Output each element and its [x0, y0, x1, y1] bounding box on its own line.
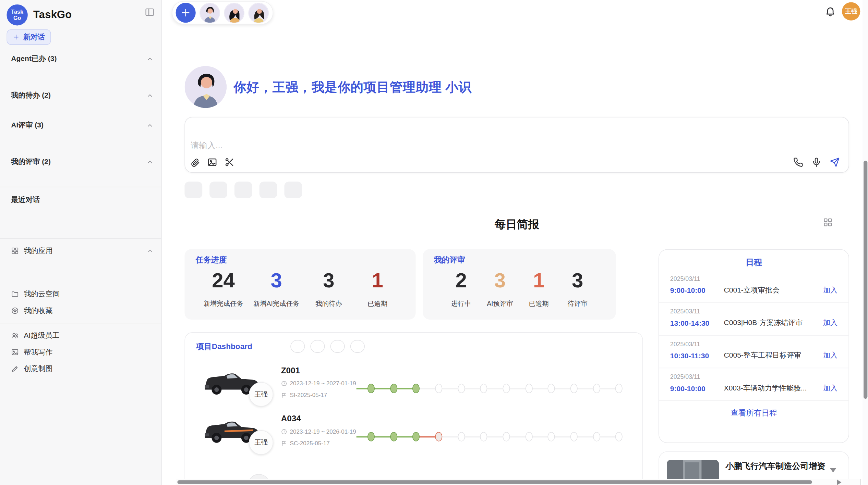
dashboard-filter-tab[interactable] [310, 340, 325, 353]
microphone-icon[interactable] [811, 157, 821, 167]
sidebar-item-favorites[interactable]: 我的收藏 [0, 302, 161, 319]
chevron-up-icon[interactable] [147, 248, 153, 254]
send-icon[interactable] [830, 157, 840, 167]
milestone-dot[interactable] [480, 432, 487, 441]
join-meeting-link[interactable]: 加入 [823, 350, 837, 360]
milestone-dot[interactable] [458, 384, 465, 393]
dashboard-filter-tab[interactable] [350, 340, 365, 353]
milestone-dot[interactable] [412, 384, 420, 393]
suggestion-chip[interactable] [234, 182, 252, 198]
schedule-item[interactable]: 2025/03/11 13:00-14:30 C003|H0B-方案冻结评审 加… [659, 303, 848, 335]
suggestion-chip[interactable] [209, 182, 227, 198]
stat-cell[interactable]: 1 已逾期 [358, 270, 397, 308]
milestone-dot[interactable] [548, 432, 555, 441]
task-item[interactable] [0, 139, 161, 146]
add-agent-button[interactable] [176, 3, 196, 23]
task-item[interactable] [0, 80, 161, 86]
milestone-dot[interactable] [367, 384, 375, 393]
scroll-down-arrow-icon[interactable] [830, 468, 836, 472]
task-item[interactable] [0, 66, 161, 73]
user-avatar[interactable]: 王强 [842, 2, 860, 20]
milestone-dot[interactable] [525, 384, 532, 393]
agent-avatar-3[interactable] [248, 2, 269, 23]
recent-item[interactable] [0, 208, 161, 214]
recent-item[interactable] [0, 228, 161, 234]
task-item[interactable] [0, 133, 161, 139]
notifications-bell-icon[interactable] [825, 5, 836, 16]
task-item[interactable] [0, 146, 161, 153]
sidebar-item-creative-draw[interactable]: 创意制图 [0, 361, 161, 377]
milestone-dot[interactable] [458, 432, 465, 441]
milestone-dot[interactable] [615, 384, 623, 393]
section-header[interactable]: 我的待办 (2) [0, 86, 161, 103]
milestone-dot[interactable] [367, 432, 375, 441]
recent-item[interactable] [0, 214, 161, 221]
sidebar-item-my-apps[interactable]: 我的应用 [0, 242, 161, 259]
milestone-dot[interactable] [525, 432, 532, 441]
task-item[interactable] [0, 103, 161, 110]
sidebar-item-cloud-space[interactable]: 我的云空间 [0, 286, 161, 302]
stat-cell[interactable]: 3 AI预评审 [481, 270, 519, 308]
section-header[interactable]: 我的评审 (2) [0, 153, 161, 170]
milestone-dot[interactable] [615, 432, 623, 441]
schedule-item[interactable]: 2025/03/11 10:30-11:30 C005-整车工程目标评审 加入 [659, 336, 848, 368]
milestone-dot[interactable] [390, 432, 397, 441]
stat-cell[interactable]: 3 待评审 [558, 270, 597, 308]
stat-cell[interactable]: 3 我的待办 [309, 270, 348, 308]
collapse-sidebar-icon[interactable] [145, 7, 155, 17]
paperclip-icon[interactable] [190, 157, 200, 167]
milestone-dot[interactable] [503, 432, 510, 441]
milestone-dot[interactable] [548, 384, 555, 393]
scroll-right-arrow-icon[interactable] [837, 480, 841, 485]
suggestion-chip[interactable] [184, 182, 202, 198]
stat-cell[interactable]: 24 新增完成任务 [203, 270, 243, 308]
app-item[interactable] [0, 259, 161, 266]
task-item[interactable] [0, 110, 161, 116]
join-meeting-link[interactable]: 加入 [823, 383, 837, 393]
stat-cell[interactable]: 3 新增AI完成任务 [253, 270, 300, 308]
join-meeting-link[interactable]: 加入 [823, 285, 837, 295]
milestone-dot[interactable] [435, 384, 442, 393]
phone-call-icon[interactable] [793, 157, 803, 167]
scissors-icon[interactable] [225, 157, 234, 167]
milestone-dot[interactable] [593, 432, 600, 441]
dashboard-filter-tab[interactable] [330, 340, 345, 353]
chevron-up-icon[interactable] [146, 92, 154, 99]
section-header[interactable]: AI评审 (3) [0, 116, 161, 133]
chevron-up-icon[interactable] [146, 55, 154, 62]
milestone-dot[interactable] [570, 384, 578, 393]
schedule-item[interactable]: 2025/03/11 9:00-10:00 C001-立项审批会 加入 [659, 270, 848, 303]
milestone-dot[interactable] [390, 384, 397, 393]
app-item[interactable] [0, 279, 161, 286]
milestone-dot[interactable] [435, 432, 442, 441]
app-item[interactable] [0, 272, 161, 279]
project-row[interactable]: 王强 Z001 2023-12-19 ~ 2027-01-19 SI-2025-… [196, 365, 631, 401]
recent-item[interactable] [0, 221, 161, 227]
view-all-schedule-link[interactable]: 查看所有日程 [659, 401, 848, 418]
sidebar-item-help-write[interactable]: 帮我写作 [0, 344, 161, 361]
image-upload-icon[interactable] [207, 157, 217, 167]
milestone-dot[interactable] [480, 384, 487, 393]
agent-avatar-2[interactable] [224, 2, 244, 23]
agent-avatar-1[interactable] [200, 2, 220, 23]
suggestion-chip[interactable] [284, 182, 302, 198]
suggestion-chip[interactable] [260, 182, 277, 198]
vertical-scrollbar-thumb[interactable] [863, 161, 867, 399]
milestone-dot[interactable] [570, 432, 578, 441]
project-row[interactable]: 王强 A034 2023-12-19 ~ 2026-01-19 SC-2025-… [196, 414, 631, 449]
sidebar-item-ai-super-staff[interactable]: AI超级员工 [0, 327, 161, 344]
message-composer[interactable]: 请输入... [184, 117, 849, 173]
chevron-up-icon[interactable] [146, 122, 154, 129]
stat-cell[interactable]: 1 已逾期 [519, 270, 558, 308]
schedule-item[interactable]: 2025/03/11 9:00-10:00 X003-车辆动力学性能验... 加… [659, 368, 848, 401]
app-item[interactable] [0, 266, 161, 272]
milestone-dot[interactable] [412, 432, 420, 441]
dashboard-filter-tab[interactable] [290, 340, 305, 353]
new-chat-button[interactable]: 新对话 [7, 29, 51, 45]
task-item[interactable] [0, 176, 161, 183]
milestone-dot[interactable] [503, 384, 510, 393]
join-meeting-link[interactable]: 加入 [823, 318, 837, 328]
task-item[interactable] [0, 73, 161, 79]
chevron-up-icon[interactable] [146, 158, 154, 165]
stat-cell[interactable]: 2 进行中 [442, 270, 481, 308]
